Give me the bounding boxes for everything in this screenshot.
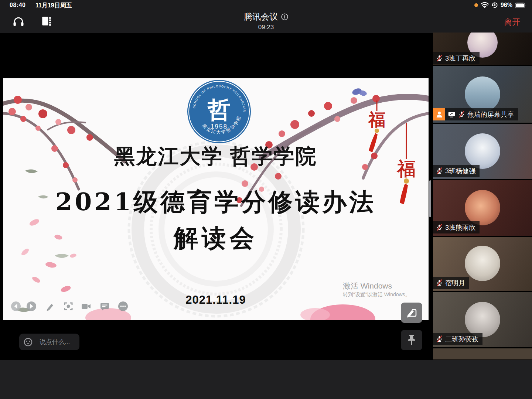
participant-tile[interactable]: 3班熊雨欣 [433,180,532,236]
draw-pencil-button[interactable] [44,301,55,312]
annotation-button[interactable] [401,303,422,323]
windows-watermark-line2: 转到"设置"以激活 Windows。 [343,291,410,298]
meeting-info-icon[interactable] [281,13,288,20]
battery-icon [515,3,526,8]
participant-tile[interactable]: 3班丁再欣 [433,33,532,65]
slide-title-line1: 2021级德育学分修读办法 [3,185,429,219]
comment-bubble-icon [99,301,110,312]
comment-button[interactable] [99,301,110,312]
more-controls-button[interactable] [117,301,129,312]
next-arrow-icon [26,301,37,312]
muted-mic-icon [436,55,443,62]
pencil-icon [44,301,55,312]
wifi-icon [481,2,489,8]
participant-tile[interactable] [433,348,532,359]
participant-tile[interactable]: 二班孙荧孜 [433,292,532,347]
person-icon [436,111,443,118]
screen-share-icon [448,112,456,117]
status-time: 08:40 [10,2,25,8]
screenshot-button[interactable] [63,301,74,312]
prev-arrow-icon [10,301,21,312]
mic-in-use-dot [474,3,478,7]
participant-tile[interactable]: 3班杨健强 [433,124,532,179]
top-bar: 08:40 11月19日周五 96% [0,0,532,33]
participant-avatar [465,246,500,281]
school-logo: SCHOOL OF PHILOSOPHY HEILONGJIANG UNIVER… [187,79,252,144]
next-slide-button[interactable] [26,301,37,312]
camcorder-icon [81,301,92,312]
active-speaker-badge [433,108,445,120]
shared-screen: 福 福 SCHOOL OF PHILOSOPHY [3,78,429,320]
windows-watermark-line1: 激活 Windows [343,281,392,291]
status-icons: 96% [474,2,526,8]
camera-record-button[interactable] [81,301,92,312]
participant-tile[interactable]: 焦瑞的屏幕共享 [433,66,532,123]
ellipsis-icon [117,301,129,312]
battery-percent: 96% [501,2,512,8]
leave-button[interactable]: 离开 [502,16,522,28]
participant-name: 二班孙荧孜 [445,335,478,344]
participant-name: 3班杨健强 [445,167,475,175]
participant-avatar [465,302,500,337]
logo-year: 1958 [211,123,228,130]
muted-mic-icon [458,111,465,118]
pin-video-button[interactable] [401,330,422,350]
participant-avatar [465,76,500,112]
muted-mic-icon [436,224,443,231]
annotate-pen-icon [405,307,418,319]
meeting-timer: 09:23 [0,24,532,31]
chat-input[interactable]: 说点什么... [19,334,79,350]
participant-avatar [465,190,500,225]
presenter-controls [10,301,129,312]
participant-name: 焦瑞的屏幕共享 [467,110,514,119]
butterfly [351,87,367,97]
screenshot-frame-icon [63,301,74,312]
slide-org-line: 黑龙江大学 哲学学院 [3,143,429,171]
muted-mic-icon [436,335,443,342]
logo-glyph: 哲 [207,96,231,123]
participant-avatar [465,133,500,169]
chat-divider [36,338,36,346]
meeting-title: 腾讯会议 [244,11,278,23]
muted-mic-icon [436,279,443,286]
slide-title-line2: 解读会 [3,222,429,255]
status-date: 11月19日周五 [35,2,72,10]
muted-mic-icon [436,167,443,174]
bottom-toolbar: 解除静音 开启视频 共享屏幕 [0,360,532,399]
pushpin-icon [406,334,417,347]
orientation-lock-icon [491,2,498,8]
sidebar-scrollbar[interactable] [429,180,431,217]
participant-tile[interactable]: 宿明月 [433,237,532,291]
participant-name: 宿明月 [445,279,465,287]
tencent-meeting-app: 08:40 11月19日周五 96% [0,0,532,399]
chat-placeholder: 说点什么... [40,338,70,346]
ornament-fu-char: 福 [368,110,385,130]
prev-slide-button[interactable] [10,301,21,312]
participant-name: 3班熊雨欣 [445,223,475,232]
emoji-icon[interactable] [24,338,33,347]
participant-name: 3班丁再欣 [445,54,475,63]
